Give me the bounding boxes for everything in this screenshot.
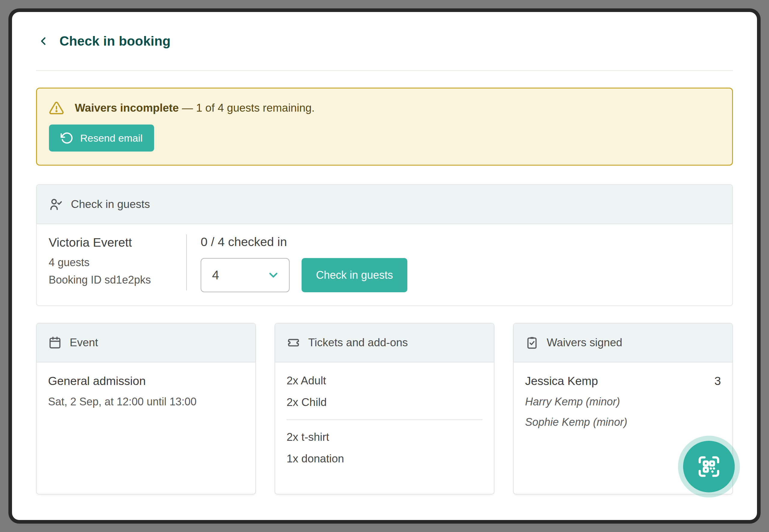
guest-count-select[interactable]: 4: [201, 258, 290, 292]
warning-triangle-icon: [49, 101, 64, 116]
calendar-icon: [48, 336, 62, 350]
check-in-controls: 0 / 4 checked in 4 Check in guests: [187, 233, 407, 292]
resend-refresh-icon: [60, 131, 74, 145]
waiver-minor-name: Sophie Kemp (minor): [525, 416, 721, 428]
tickets-addons-divider: [287, 419, 482, 420]
ticket-line-item: 2x Child: [287, 396, 482, 409]
waivers-card-header: Waivers signed: [514, 323, 732, 362]
guest-name: Victoria Everett: [49, 236, 186, 250]
addon-line-item: 2x t-shirt: [287, 431, 482, 443]
ticket-icon: [287, 336, 300, 350]
waiver-count-badge: 3: [714, 374, 721, 388]
clipboard-check-icon: [525, 336, 539, 350]
check-in-booking-window: Check in booking Waivers incomplete — 1 …: [8, 8, 761, 524]
event-name: General admission: [48, 374, 244, 388]
warning-message: Waivers incomplete — 1 of 4 guests remai…: [75, 102, 315, 114]
header-divider: [36, 70, 733, 71]
qr-scan-icon: [695, 453, 723, 480]
guest-count: 4 guests: [49, 256, 186, 269]
waiver-signer-name: Jessica Kemp: [525, 374, 598, 388]
booking-detail-cards: Event General admission Sat, 2 Sep, at 1…: [36, 323, 733, 494]
event-card-header: Event: [37, 323, 255, 362]
chevron-left-icon: [37, 35, 50, 47]
tickets-card-header-label: Tickets and add-ons: [308, 336, 408, 349]
resend-email-button[interactable]: Resend email: [49, 125, 154, 152]
check-in-guests-button[interactable]: Check in guests: [302, 258, 407, 292]
chevron-down-icon: [267, 269, 280, 282]
check-in-guests-header: Check in guests: [37, 185, 732, 224]
page-header: Check in booking: [36, 34, 733, 49]
user-check-icon: [49, 197, 63, 212]
waiver-minor-name: Harry Kemp (minor): [525, 395, 721, 408]
event-card: Event General admission Sat, 2 Sep, at 1…: [36, 323, 256, 494]
scan-qr-button[interactable]: [683, 441, 735, 492]
resend-email-label: Resend email: [80, 132, 143, 144]
check-in-guests-header-label: Check in guests: [71, 198, 150, 211]
page-title: Check in booking: [59, 34, 170, 49]
warning-message-rest: — 1 of 4 guests remaining.: [179, 102, 315, 114]
ticket-line-item: 2x Adult: [287, 374, 482, 387]
tickets-card-header: Tickets and add-ons: [275, 323, 494, 362]
waivers-warning-banner: Waivers incomplete — 1 of 4 guests remai…: [36, 88, 733, 166]
guest-count-select-value: 4: [212, 268, 219, 282]
waivers-card-header-label: Waivers signed: [547, 336, 623, 349]
guest-summary: Victoria Everett 4 guests Booking ID sd1…: [49, 233, 186, 292]
addon-line-item: 1x donation: [287, 452, 482, 465]
tickets-card: Tickets and add-ons 2x Adult 2x Child 2x…: [275, 323, 494, 494]
check-in-guests-body: Victoria Everett 4 guests Booking ID sd1…: [37, 224, 732, 305]
checked-in-progress: 0 / 4 checked in: [201, 235, 407, 249]
check-in-guests-panel: Check in guests Victoria Everett 4 guest…: [36, 184, 733, 306]
back-button[interactable]: [36, 34, 50, 48]
event-card-header-label: Event: [70, 336, 98, 349]
warning-message-bold: Waivers incomplete: [75, 102, 179, 114]
event-datetime: Sat, 2 Sep, at 12:00 until 13:00: [48, 395, 244, 408]
booking-id: Booking ID sd1e2pks: [49, 274, 186, 286]
